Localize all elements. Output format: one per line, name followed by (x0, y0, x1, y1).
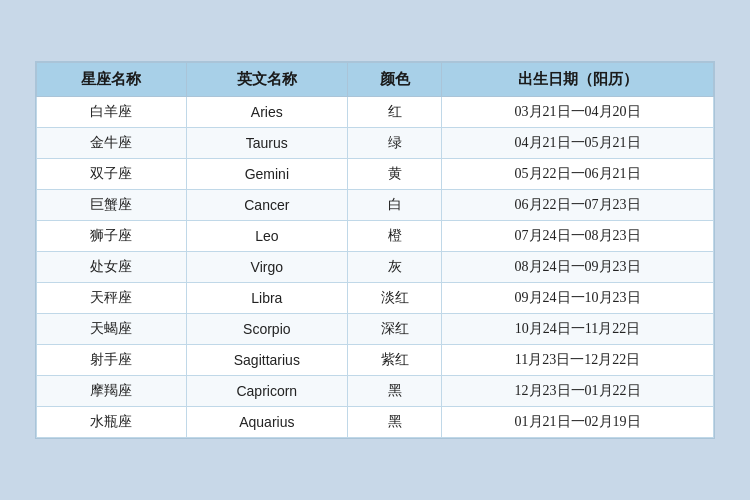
cell-color: 黑 (347, 407, 441, 438)
header-english: 英文名称 (186, 63, 347, 97)
table-row: 巨蟹座Cancer白06月22日一07月23日 (37, 190, 714, 221)
cell-color: 灰 (347, 252, 441, 283)
cell-dates: 07月24日一08月23日 (442, 221, 714, 252)
table-row: 天蝎座Scorpio深红10月24日一11月22日 (37, 314, 714, 345)
cell-chinese: 水瓶座 (37, 407, 187, 438)
cell-chinese: 白羊座 (37, 97, 187, 128)
cell-dates: 09月24日一10月23日 (442, 283, 714, 314)
cell-dates: 11月23日一12月22日 (442, 345, 714, 376)
cell-english: Capricorn (186, 376, 347, 407)
cell-chinese: 射手座 (37, 345, 187, 376)
cell-chinese: 摩羯座 (37, 376, 187, 407)
cell-chinese: 狮子座 (37, 221, 187, 252)
table-row: 金牛座Taurus绿04月21日一05月21日 (37, 128, 714, 159)
cell-color: 绿 (347, 128, 441, 159)
cell-english: Gemini (186, 159, 347, 190)
cell-color: 深红 (347, 314, 441, 345)
cell-color: 橙 (347, 221, 441, 252)
cell-english: Scorpio (186, 314, 347, 345)
table-row: 处女座Virgo灰08月24日一09月23日 (37, 252, 714, 283)
cell-color: 淡红 (347, 283, 441, 314)
table-row: 天秤座Libra淡红09月24日一10月23日 (37, 283, 714, 314)
cell-english: Cancer (186, 190, 347, 221)
cell-english: Virgo (186, 252, 347, 283)
cell-color: 紫红 (347, 345, 441, 376)
table-row: 射手座Sagittarius紫红11月23日一12月22日 (37, 345, 714, 376)
cell-english: Aries (186, 97, 347, 128)
cell-english: Taurus (186, 128, 347, 159)
cell-english: Aquarius (186, 407, 347, 438)
table-row: 双子座Gemini黄05月22日一06月21日 (37, 159, 714, 190)
cell-color: 黑 (347, 376, 441, 407)
header-color: 颜色 (347, 63, 441, 97)
cell-english: Sagittarius (186, 345, 347, 376)
table-row: 摩羯座Capricorn黑12月23日一01月22日 (37, 376, 714, 407)
table-row: 水瓶座Aquarius黑01月21日一02月19日 (37, 407, 714, 438)
cell-english: Libra (186, 283, 347, 314)
cell-dates: 10月24日一11月22日 (442, 314, 714, 345)
header-chinese: 星座名称 (37, 63, 187, 97)
zodiac-table-container: 星座名称 英文名称 颜色 出生日期（阳历） 白羊座Aries红03月21日一04… (35, 61, 715, 439)
cell-dates: 12月23日一01月22日 (442, 376, 714, 407)
cell-chinese: 天秤座 (37, 283, 187, 314)
table-row: 狮子座Leo橙07月24日一08月23日 (37, 221, 714, 252)
cell-english: Leo (186, 221, 347, 252)
cell-dates: 03月21日一04月20日 (442, 97, 714, 128)
cell-color: 白 (347, 190, 441, 221)
cell-chinese: 巨蟹座 (37, 190, 187, 221)
cell-chinese: 天蝎座 (37, 314, 187, 345)
header-dates: 出生日期（阳历） (442, 63, 714, 97)
cell-dates: 05月22日一06月21日 (442, 159, 714, 190)
cell-color: 红 (347, 97, 441, 128)
table-row: 白羊座Aries红03月21日一04月20日 (37, 97, 714, 128)
cell-dates: 04月21日一05月21日 (442, 128, 714, 159)
cell-chinese: 金牛座 (37, 128, 187, 159)
cell-chinese: 双子座 (37, 159, 187, 190)
cell-dates: 01月21日一02月19日 (442, 407, 714, 438)
zodiac-table: 星座名称 英文名称 颜色 出生日期（阳历） 白羊座Aries红03月21日一04… (36, 62, 714, 438)
cell-chinese: 处女座 (37, 252, 187, 283)
cell-dates: 06月22日一07月23日 (442, 190, 714, 221)
table-header-row: 星座名称 英文名称 颜色 出生日期（阳历） (37, 63, 714, 97)
cell-color: 黄 (347, 159, 441, 190)
table-body: 白羊座Aries红03月21日一04月20日金牛座Taurus绿04月21日一0… (37, 97, 714, 438)
cell-dates: 08月24日一09月23日 (442, 252, 714, 283)
